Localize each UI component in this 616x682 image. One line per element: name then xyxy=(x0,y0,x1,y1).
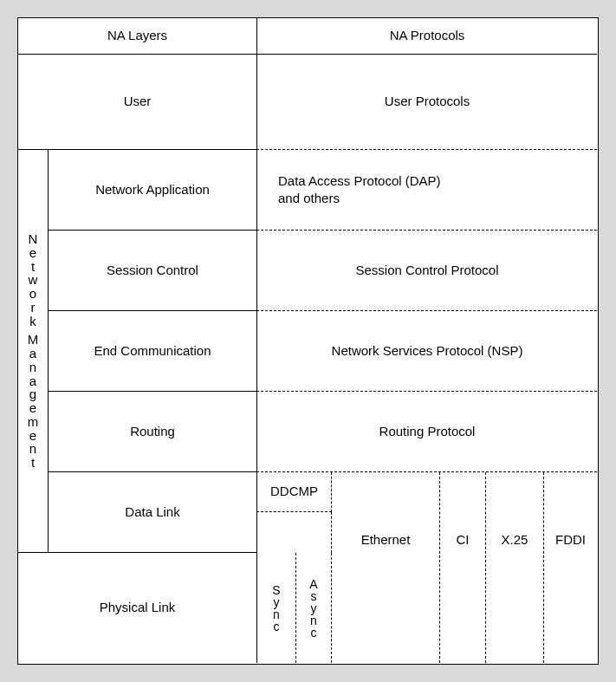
protocol-ethernet: Ethernet xyxy=(332,472,440,663)
layer-physical-link: Physical Link xyxy=(18,553,256,663)
protocol-network-application: Data Access Protocol (DAP) and others xyxy=(256,150,597,231)
header-left: NA Layers xyxy=(18,18,256,55)
protocol-ci: CI xyxy=(440,472,486,663)
page: NA Layers NA Protocols User User Protoco… xyxy=(0,0,616,682)
sidebar-network-management: Network Management xyxy=(18,150,48,553)
layer-end-communication: End Communication xyxy=(48,311,256,392)
protocol-sync: Sync xyxy=(256,553,296,663)
protocol-x25: X.25 xyxy=(486,472,544,663)
layer-routing: Routing xyxy=(48,392,256,472)
protocol-ddcmp-gap xyxy=(256,512,332,553)
protocol-user: User Protocols xyxy=(256,55,597,150)
diagram-frame: NA Layers NA Protocols User User Protoco… xyxy=(17,17,599,665)
header-right: NA Protocols xyxy=(256,18,597,55)
layer-data-link: Data Link xyxy=(48,472,256,553)
protocol-async: Async xyxy=(296,553,332,663)
protocol-session-control: Session Control Protocol xyxy=(256,231,597,311)
layer-user: User xyxy=(18,55,256,150)
protocol-end-communication: Network Services Protocol (NSP) xyxy=(256,311,597,392)
protocol-fddi: FDDI xyxy=(544,472,597,663)
layer-session-control: Session Control xyxy=(48,231,256,311)
protocol-routing: Routing Protocol xyxy=(256,392,597,472)
protocol-ddcmp: DDCMP xyxy=(256,472,332,512)
layer-network-application: Network Application xyxy=(48,150,256,231)
